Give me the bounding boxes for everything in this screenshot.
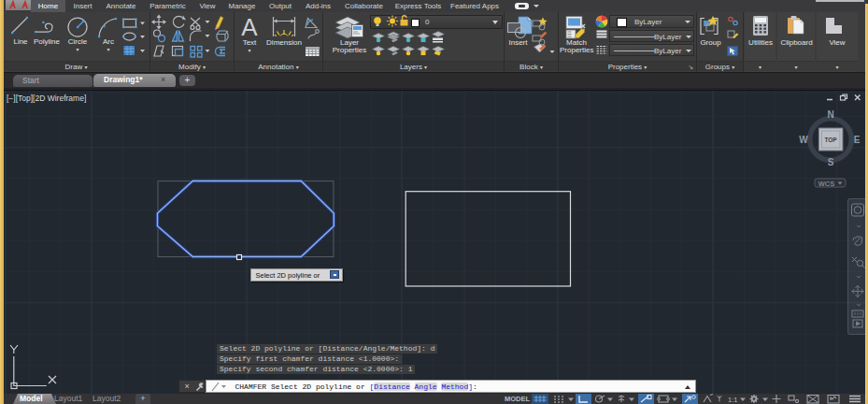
svg-text:E: E	[854, 135, 861, 145]
svg-text:W: W	[799, 135, 808, 145]
svg-text:TOP: TOP	[824, 137, 837, 143]
svg-text:N: N	[827, 109, 833, 120]
svg-text:S: S	[828, 157, 834, 167]
svg-text:WCS: WCS	[818, 180, 835, 188]
svg-text:A: A	[241, 13, 258, 41]
svg-text:1:1: 1:1	[728, 396, 737, 404]
